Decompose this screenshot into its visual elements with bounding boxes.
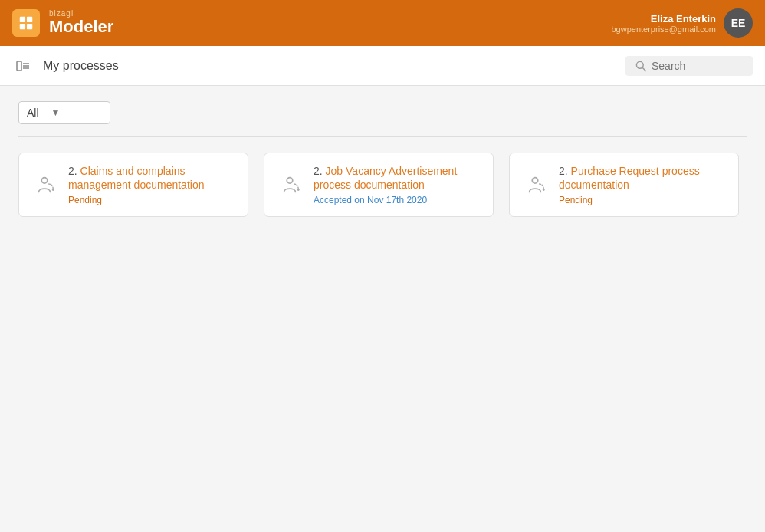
app-logo-icon[interactable]	[12, 9, 40, 37]
svg-rect-4	[17, 61, 21, 71]
card-content: 2. Claims and complains management docum…	[68, 164, 237, 205]
process-card[interactable]: 2. Purchase Request process documentatio…	[509, 153, 739, 217]
svg-line-9	[642, 67, 645, 71]
chevron-down-icon: ▼	[51, 107, 61, 118]
card-status: Pending	[559, 195, 727, 205]
sidebar-toggle-icon	[15, 58, 31, 74]
header-right: Eliza Enterkin bgwpenterprise@gmail.com …	[611, 8, 753, 38]
svg-rect-0	[20, 17, 25, 22]
process-card[interactable]: 2. Claims and complains management docum…	[18, 153, 248, 217]
user-email: bgwpenterprise@gmail.com	[611, 25, 716, 34]
svg-point-14	[532, 178, 538, 184]
svg-point-12	[287, 178, 293, 184]
svg-point-8	[636, 61, 643, 68]
process-card[interactable]: 2. Job Vacancy Advertisement process doc…	[264, 153, 494, 217]
card-title-link[interactable]: Job Vacancy Advertisement process docume…	[314, 165, 457, 191]
card-icon-wrapper	[30, 170, 59, 199]
card-number: 2.	[314, 165, 326, 177]
header-left: bizagi Modeler	[12, 9, 113, 37]
cards-grid: 2. Claims and complains management docum…	[18, 153, 747, 217]
process-icon	[524, 173, 547, 196]
user-name: Eliza Enterkin	[611, 13, 716, 25]
logo-svg	[18, 15, 34, 31]
app-name: bizagi Modeler	[49, 9, 113, 36]
process-icon	[33, 173, 56, 196]
card-number: 2.	[68, 165, 80, 177]
svg-point-11	[52, 189, 54, 191]
card-title-link[interactable]: Purchase Request process documentation	[559, 165, 700, 191]
svg-point-13	[297, 189, 300, 191]
card-content: 2. Job Vacancy Advertisement process doc…	[314, 164, 482, 205]
svg-point-10	[41, 178, 48, 184]
card-title: 2. Job Vacancy Advertisement process doc…	[314, 164, 482, 192]
card-icon-wrapper	[275, 170, 304, 199]
filter-dropdown[interactable]: All ▼	[18, 101, 110, 124]
svg-rect-2	[20, 24, 25, 29]
svg-rect-3	[27, 24, 32, 29]
card-title: 2. Purchase Request process documentatio…	[559, 164, 727, 192]
main-content: All ▼ 2. Claims and complains management…	[0, 86, 765, 232]
card-status: Accepted on Nov 17th 2020	[314, 195, 482, 205]
search-icon	[635, 60, 647, 72]
card-icon-wrapper	[520, 170, 550, 199]
card-status: Pending	[68, 195, 237, 205]
card-number: 2.	[559, 165, 571, 177]
user-info: Eliza Enterkin bgwpenterprise@gmail.com	[611, 13, 716, 34]
search-input[interactable]	[652, 60, 744, 72]
card-title-link[interactable]: Claims and complains management document…	[68, 165, 204, 191]
process-icon	[278, 173, 301, 196]
search-container[interactable]	[625, 56, 753, 76]
svg-rect-1	[27, 17, 32, 22]
filter-selected-label: All	[27, 107, 39, 119]
card-title: 2. Claims and complains management docum…	[68, 164, 237, 192]
toolbar-left: My processes	[12, 55, 119, 77]
svg-point-15	[543, 189, 545, 191]
sidebar-toggle-button[interactable]	[12, 55, 34, 77]
card-content: 2. Purchase Request process documentatio…	[559, 164, 727, 205]
user-avatar[interactable]: EE	[724, 8, 753, 38]
filter-row: All ▼	[18, 101, 747, 124]
page-title: My processes	[43, 59, 119, 73]
brand-main: Modeler	[49, 18, 113, 36]
toolbar: My processes	[0, 46, 765, 86]
app-header: bizagi Modeler Eliza Enterkin bgwpenterp…	[0, 0, 765, 46]
content-divider	[18, 136, 747, 137]
